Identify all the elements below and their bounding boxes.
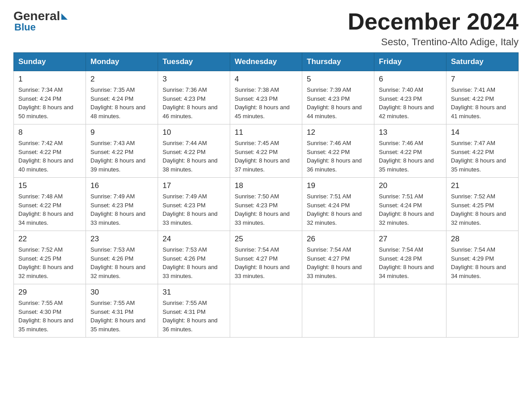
day-number: 2	[90, 75, 153, 84]
day-number: 15	[18, 181, 81, 190]
day-cell: 30 Sunrise: 7:55 AMSunset: 4:31 PMDaylig…	[86, 284, 158, 338]
day-cell: 14 Sunrise: 7:47 AMSunset: 4:22 PMDaylig…	[446, 124, 519, 178]
day-number: 3	[163, 75, 225, 84]
day-cell	[374, 284, 446, 338]
day-cell: 7 Sunrise: 7:41 AMSunset: 4:22 PMDayligh…	[446, 71, 519, 124]
day-cell: 20 Sunrise: 7:51 AMSunset: 4:24 PMDaylig…	[374, 178, 446, 231]
day-cell: 16 Sunrise: 7:49 AMSunset: 4:23 PMDaylig…	[86, 178, 158, 231]
day-number: 10	[163, 128, 225, 137]
day-info: Sunrise: 7:34 AMSunset: 4:24 PMDaylight:…	[18, 86, 81, 120]
day-info: Sunrise: 7:55 AMSunset: 4:31 PMDaylight:…	[90, 299, 153, 334]
day-cell: 25 Sunrise: 7:54 AMSunset: 4:27 PMDaylig…	[230, 231, 302, 284]
day-info: Sunrise: 7:55 AMSunset: 4:30 PMDaylight:…	[18, 299, 81, 334]
day-number: 23	[90, 235, 153, 244]
day-cell: 5 Sunrise: 7:39 AMSunset: 4:23 PMDayligh…	[302, 71, 374, 124]
day-cell: 12 Sunrise: 7:46 AMSunset: 4:22 PMDaylig…	[302, 124, 374, 178]
logo-blue-text: Blue	[14, 21, 36, 33]
day-number: 4	[235, 75, 297, 84]
day-number: 11	[235, 128, 297, 137]
day-cell: 8 Sunrise: 7:42 AMSunset: 4:22 PMDayligh…	[14, 124, 86, 178]
day-cell: 15 Sunrise: 7:48 AMSunset: 4:22 PMDaylig…	[14, 178, 86, 231]
day-cell: 4 Sunrise: 7:38 AMSunset: 4:23 PMDayligh…	[230, 71, 302, 124]
day-info: Sunrise: 7:47 AMSunset: 4:22 PMDaylight:…	[451, 139, 514, 174]
day-info: Sunrise: 7:44 AMSunset: 4:22 PMDaylight:…	[163, 139, 225, 174]
month-title: December 2024	[348, 9, 519, 34]
day-number: 6	[379, 75, 442, 84]
header-saturday: Saturday	[446, 53, 519, 71]
calendar-header-row: SundayMondayTuesdayWednesdayThursdayFrid…	[14, 53, 519, 71]
day-cell: 6 Sunrise: 7:40 AMSunset: 4:23 PMDayligh…	[374, 71, 446, 124]
week-row-2: 8 Sunrise: 7:42 AMSunset: 4:22 PMDayligh…	[14, 124, 519, 178]
day-number: 13	[379, 128, 442, 137]
day-cell: 27 Sunrise: 7:54 AMSunset: 4:28 PMDaylig…	[374, 231, 446, 284]
day-info: Sunrise: 7:40 AMSunset: 4:23 PMDaylight:…	[379, 86, 442, 120]
day-number: 1	[18, 75, 81, 84]
day-number: 5	[307, 75, 369, 84]
location-subtitle: Sesto, Trentino-Alto Adige, Italy	[348, 36, 519, 48]
day-info: Sunrise: 7:38 AMSunset: 4:23 PMDaylight:…	[235, 86, 297, 120]
day-number: 8	[18, 128, 81, 137]
day-info: Sunrise: 7:39 AMSunset: 4:23 PMDaylight:…	[307, 86, 369, 120]
week-row-5: 29 Sunrise: 7:55 AMSunset: 4:30 PMDaylig…	[14, 284, 519, 338]
day-info: Sunrise: 7:52 AMSunset: 4:25 PMDaylight:…	[451, 192, 514, 227]
day-number: 26	[307, 235, 369, 244]
header-sunday: Sunday	[14, 53, 86, 71]
day-info: Sunrise: 7:51 AMSunset: 4:24 PMDaylight:…	[307, 192, 369, 227]
header-tuesday: Tuesday	[158, 53, 230, 71]
day-info: Sunrise: 7:55 AMSunset: 4:31 PMDaylight:…	[163, 299, 225, 334]
header-thursday: Thursday	[302, 53, 374, 71]
day-number: 28	[451, 235, 514, 244]
day-number: 31	[163, 288, 225, 297]
day-info: Sunrise: 7:45 AMSunset: 4:22 PMDaylight:…	[235, 139, 297, 174]
day-number: 27	[379, 235, 442, 244]
day-cell: 24 Sunrise: 7:53 AMSunset: 4:26 PMDaylig…	[158, 231, 230, 284]
header-wednesday: Wednesday	[230, 53, 302, 71]
day-info: Sunrise: 7:54 AMSunset: 4:29 PMDaylight:…	[451, 245, 514, 280]
day-number: 9	[90, 128, 153, 137]
day-number: 22	[18, 235, 81, 244]
day-number: 30	[90, 288, 153, 297]
week-row-3: 15 Sunrise: 7:48 AMSunset: 4:22 PMDaylig…	[14, 178, 519, 231]
day-cell: 22 Sunrise: 7:52 AMSunset: 4:25 PMDaylig…	[14, 231, 86, 284]
day-info: Sunrise: 7:54 AMSunset: 4:27 PMDaylight:…	[235, 245, 297, 280]
day-info: Sunrise: 7:53 AMSunset: 4:26 PMDaylight:…	[163, 245, 225, 280]
day-cell: 2 Sunrise: 7:35 AMSunset: 4:24 PMDayligh…	[86, 71, 158, 124]
logo-arrow-icon	[61, 13, 68, 20]
logo: General Blue	[13, 9, 68, 33]
day-info: Sunrise: 7:46 AMSunset: 4:22 PMDaylight:…	[307, 139, 369, 174]
day-cell: 21 Sunrise: 7:52 AMSunset: 4:25 PMDaylig…	[446, 178, 519, 231]
day-number: 20	[379, 181, 442, 190]
day-info: Sunrise: 7:42 AMSunset: 4:22 PMDaylight:…	[18, 139, 81, 174]
day-cell: 23 Sunrise: 7:53 AMSunset: 4:26 PMDaylig…	[86, 231, 158, 284]
day-info: Sunrise: 7:43 AMSunset: 4:22 PMDaylight:…	[90, 139, 153, 174]
day-number: 21	[451, 181, 514, 190]
day-info: Sunrise: 7:51 AMSunset: 4:24 PMDaylight:…	[379, 192, 442, 227]
day-cell: 18 Sunrise: 7:50 AMSunset: 4:23 PMDaylig…	[230, 178, 302, 231]
week-row-1: 1 Sunrise: 7:34 AMSunset: 4:24 PMDayligh…	[14, 71, 519, 124]
day-cell: 28 Sunrise: 7:54 AMSunset: 4:29 PMDaylig…	[446, 231, 519, 284]
day-cell: 17 Sunrise: 7:49 AMSunset: 4:23 PMDaylig…	[158, 178, 230, 231]
day-cell: 13 Sunrise: 7:46 AMSunset: 4:22 PMDaylig…	[374, 124, 446, 178]
day-cell	[230, 284, 302, 338]
day-number: 12	[307, 128, 369, 137]
header-monday: Monday	[86, 53, 158, 71]
day-info: Sunrise: 7:54 AMSunset: 4:28 PMDaylight:…	[379, 245, 442, 280]
day-cell: 3 Sunrise: 7:36 AMSunset: 4:23 PMDayligh…	[158, 71, 230, 124]
title-area: December 2024 Sesto, Trentino-Alto Adige…	[348, 9, 519, 48]
day-number: 29	[18, 288, 81, 297]
day-info: Sunrise: 7:36 AMSunset: 4:23 PMDaylight:…	[163, 86, 225, 120]
day-number: 19	[307, 181, 369, 190]
day-number: 18	[235, 181, 297, 190]
day-info: Sunrise: 7:50 AMSunset: 4:23 PMDaylight:…	[235, 192, 297, 227]
day-cell: 31 Sunrise: 7:55 AMSunset: 4:31 PMDaylig…	[158, 284, 230, 338]
day-number: 7	[451, 75, 514, 84]
day-info: Sunrise: 7:54 AMSunset: 4:27 PMDaylight:…	[307, 245, 369, 280]
day-number: 17	[163, 181, 225, 190]
day-cell: 29 Sunrise: 7:55 AMSunset: 4:30 PMDaylig…	[14, 284, 86, 338]
day-info: Sunrise: 7:46 AMSunset: 4:22 PMDaylight:…	[379, 139, 442, 174]
week-row-4: 22 Sunrise: 7:52 AMSunset: 4:25 PMDaylig…	[14, 231, 519, 284]
day-info: Sunrise: 7:41 AMSunset: 4:22 PMDaylight:…	[451, 86, 514, 120]
day-info: Sunrise: 7:48 AMSunset: 4:22 PMDaylight:…	[18, 192, 81, 227]
day-info: Sunrise: 7:53 AMSunset: 4:26 PMDaylight:…	[90, 245, 153, 280]
day-cell: 26 Sunrise: 7:54 AMSunset: 4:27 PMDaylig…	[302, 231, 374, 284]
